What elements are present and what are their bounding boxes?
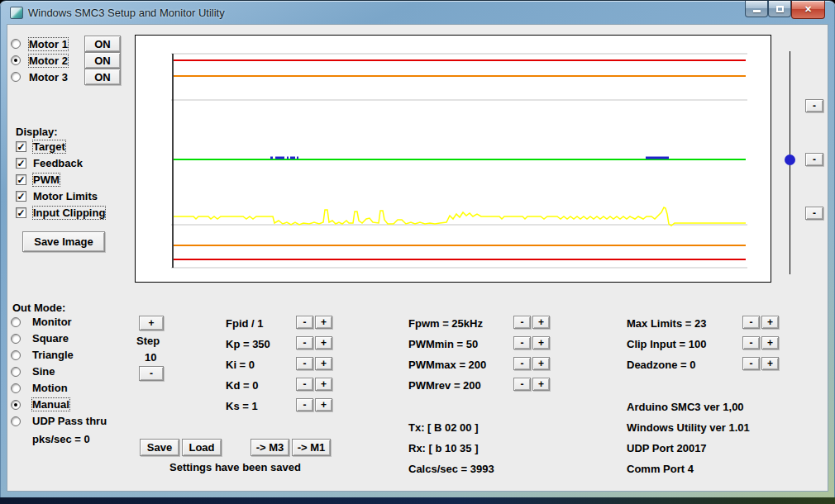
triangle-label[interactable]: Triangle	[32, 349, 74, 361]
client-area: Motor 1 ON Motor 2 ON Motor 3 ON Display…	[7, 24, 828, 492]
minimize-icon	[753, 10, 761, 12]
send-to-m3-button[interactable]: -> M3	[250, 439, 289, 456]
load-button[interactable]: Load	[182, 439, 222, 456]
pwmmin-label: PWMmin = 50	[408, 338, 478, 350]
checkbox-input-clipping[interactable]: ✓	[16, 207, 26, 218]
manual-slider-thumb[interactable]	[785, 155, 795, 165]
kd-label: Kd = 0	[226, 379, 258, 392]
pwm-label[interactable]: PWM	[33, 174, 60, 186]
app-window: Windows SMC3 Setup and Monitor Utility ✕…	[0, 0, 835, 497]
app-icon	[10, 7, 23, 19]
pwmmax-plus-button[interactable]: +	[532, 357, 550, 370]
sine-label[interactable]: Sine	[32, 365, 55, 378]
square-label[interactable]: Square	[32, 332, 69, 345]
close-button[interactable]: ✕	[791, 1, 825, 19]
radio-motion[interactable]	[11, 383, 21, 393]
max-limits-minus-button[interactable]: -	[742, 316, 760, 329]
maximize-button[interactable]	[768, 1, 791, 17]
kp-minus-button[interactable]: -	[296, 336, 313, 349]
max-limits-plus-button[interactable]: +	[761, 316, 779, 329]
radio-manual[interactable]	[11, 400, 21, 410]
title-bar[interactable]: Windows SMC3 Setup and Monitor Utility ✕	[0, 1, 835, 24]
maximize-icon	[776, 6, 784, 12]
checkbox-target[interactable]: ✓	[16, 141, 26, 152]
arduino-version: Arduino SMC3 ver 1,00	[627, 401, 744, 413]
pwmmax-minus-button[interactable]: -	[513, 357, 531, 370]
kp-plus-button[interactable]: +	[315, 336, 332, 349]
checkbox-feedback[interactable]: ✓	[16, 158, 26, 169]
save-image-button[interactable]: Save Image	[22, 231, 105, 252]
chart-svg	[136, 36, 772, 283]
ks-minus-button[interactable]: -	[296, 398, 313, 411]
ki-label: Ki = 0	[226, 359, 255, 371]
motor-1-label[interactable]: Motor 1	[29, 38, 68, 50]
radio-udp-pass-thru[interactable]	[11, 416, 21, 426]
checkbox-motor-limits[interactable]: ✓	[16, 191, 26, 202]
close-icon: ✕	[804, 4, 812, 15]
pwmmin-minus-button[interactable]: -	[513, 336, 531, 349]
fpwm-plus-button[interactable]: +	[532, 316, 550, 329]
radio-motor-2[interactable]	[11, 55, 21, 65]
motor-limits-label[interactable]: Motor Limits	[33, 190, 98, 202]
manual-label[interactable]: Manual	[32, 398, 69, 411]
motion-label[interactable]: Motion	[32, 382, 68, 394]
radio-monitor[interactable]	[11, 317, 21, 327]
ki-plus-button[interactable]: +	[315, 357, 332, 370]
kp-label: Kp = 350	[226, 338, 270, 350]
windows-utility-version: Windows Utility ver 1.01	[627, 421, 750, 434]
radio-motor-3[interactable]	[11, 72, 21, 82]
fpwm-label: Fpwm = 25kHz	[408, 317, 483, 330]
step-minus-button[interactable]: -	[139, 366, 164, 381]
step-value: 10	[145, 351, 156, 364]
pwmmax-label: PWMmax = 200	[408, 359, 486, 371]
udp-port: UDP Port 20017	[627, 442, 707, 454]
kd-plus-button[interactable]: +	[315, 378, 332, 391]
calcs-per-sec: Calcs/sec = 3993	[408, 463, 494, 475]
pwmrev-minus-button[interactable]: -	[513, 378, 531, 391]
step-plus-button[interactable]: +	[139, 316, 164, 330]
feedback-label[interactable]: Feedback	[33, 157, 83, 169]
ki-minus-button[interactable]: -	[296, 357, 313, 370]
checkbox-pwm[interactable]: ✓	[16, 174, 26, 185]
ks-plus-button[interactable]: +	[315, 398, 332, 411]
motor-2-label[interactable]: Motor 2	[29, 55, 68, 67]
deadzone-plus-button[interactable]: +	[761, 357, 779, 370]
pwmrev-plus-button[interactable]: +	[532, 378, 550, 391]
save-button[interactable]: Save	[140, 439, 179, 456]
slider-minus-bottom-button[interactable]: -	[805, 207, 823, 220]
kd-minus-button[interactable]: -	[296, 378, 313, 391]
pks-per-sec-label: pks/sec = 0	[32, 433, 90, 445]
desktop-background	[0, 497, 835, 504]
deadzone-label: Deadzone = 0	[627, 359, 695, 371]
send-to-m1-button[interactable]: -> M1	[292, 439, 331, 456]
motor-3-on-button[interactable]: ON	[84, 69, 121, 85]
radio-square[interactable]	[11, 334, 21, 344]
scope-chart	[135, 35, 771, 283]
target-label[interactable]: Target	[33, 140, 65, 153]
clip-input-minus-button[interactable]: -	[742, 336, 760, 349]
pwmmin-plus-button[interactable]: +	[532, 336, 550, 349]
fpid-plus-button[interactable]: +	[315, 316, 332, 329]
motor-2-on-button[interactable]: ON	[84, 52, 121, 69]
fpwm-minus-button[interactable]: -	[513, 316, 531, 329]
udp-pass-thru-label[interactable]: UDP Pass thru	[32, 415, 107, 427]
max-limits-label: Max Limits = 23	[627, 317, 706, 330]
slider-minus-top-button[interactable]: -	[805, 99, 823, 112]
radio-triangle[interactable]	[11, 350, 21, 360]
motor-1-on-button[interactable]: ON	[84, 36, 121, 52]
step-label: Step	[136, 335, 160, 347]
input-clipping-label[interactable]: Input Clipping	[33, 207, 105, 219]
comm-port: Comm Port 4	[627, 463, 694, 475]
trace-pwm	[174, 207, 746, 226]
clip-input-plus-button[interactable]: +	[761, 336, 779, 349]
minimize-button[interactable]	[745, 1, 768, 17]
fpid-minus-button[interactable]: -	[296, 316, 313, 329]
radio-sine[interactable]	[11, 367, 21, 377]
radio-motor-1[interactable]	[11, 39, 21, 49]
slider-minus-mid-button[interactable]: -	[805, 153, 823, 166]
deadzone-minus-button[interactable]: -	[742, 357, 760, 370]
rx-status: Rx: [ b 10 35 ]	[408, 442, 479, 454]
monitor-label[interactable]: Monitor	[32, 316, 72, 328]
out-mode-heading: Out Mode:	[12, 302, 65, 314]
motor-3-label[interactable]: Motor 3	[29, 71, 68, 83]
